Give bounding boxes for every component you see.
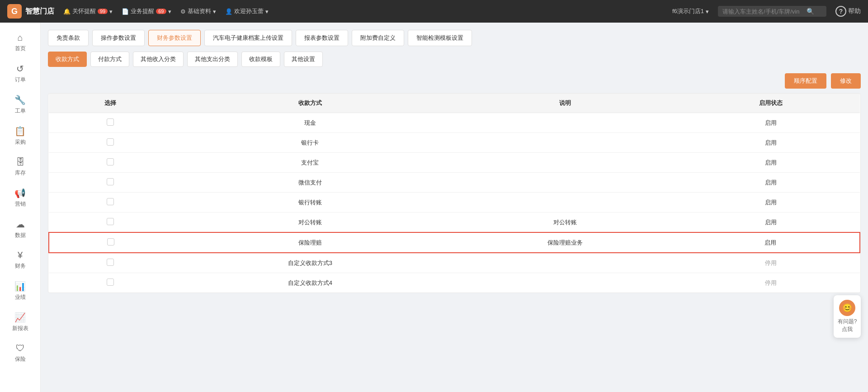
sidebar-label-finance: 财务: [15, 262, 26, 270]
search-input[interactable]: [722, 8, 804, 15]
cloud-icon: ☁: [16, 219, 25, 230]
row-status: 启用: [682, 213, 860, 233]
search-bar[interactable]: 🔍: [718, 6, 826, 17]
chevron-down-icon3: ▾: [213, 8, 216, 15]
col-status: 启用状态: [682, 94, 860, 113]
top-navigation: G 智慧门店 🔔 关怀提醒 99 ▾ 📄 业务提醒 69 ▾ ⚙ 基础资料 ▾ …: [0, 0, 868, 23]
sidebar-label-home: 首页: [15, 45, 26, 52]
row-description: [448, 253, 681, 273]
main-content: 免责条款 操作参数设置 财务参数设置 汽车电子健康档案上传设置 报表参数设置 附…: [41, 23, 868, 392]
sidebar-item-performance[interactable]: 📊 业绩: [0, 275, 40, 307]
row-description: [448, 193, 681, 213]
tab-other-income[interactable]: 其他收入分类: [133, 52, 184, 67]
sidebar-label-performance: 业绩: [15, 293, 26, 301]
col-desc: 说明: [448, 94, 681, 113]
tab-row-1: 免责条款 操作参数设置 财务参数设置 汽车电子健康档案上传设置 报表参数设置 附…: [48, 30, 861, 46]
sidebar-label-workorder: 工单: [15, 107, 26, 115]
float-help-widget[interactable]: 😊 有问题?点我: [834, 295, 861, 338]
toolbar: 顺序配置 修改: [48, 73, 861, 89]
main-layout: ⌂ 首页 ↺ 订单 🔧 工单 📋 采购 🗄 库存 📢 营销 ☁ 数据 ¥: [0, 23, 868, 392]
row-method-name: 现金: [172, 113, 448, 133]
row-checkbox[interactable]: [107, 238, 114, 246]
row-method-name: 支付宝: [172, 153, 448, 173]
bell-icon: 🔔: [63, 8, 71, 15]
search-icon: 🔍: [807, 8, 814, 15]
business-badge: 69: [156, 9, 166, 14]
row-description: [448, 273, 681, 293]
sidebar-item-data[interactable]: ☁ 数据: [0, 213, 40, 245]
sidebar-item-marketing[interactable]: 📢 营销: [0, 182, 40, 213]
tab-detect-template[interactable]: 智能检测模板设置: [408, 30, 472, 46]
sidebar-item-finance[interactable]: ¥ 财务: [0, 245, 40, 275]
sidebar-label-newreport: 新报表: [12, 325, 28, 332]
support-avatar: 😊: [839, 300, 855, 316]
business-reminder-label: 业务提醒: [131, 7, 154, 15]
tab-extra-fee[interactable]: 附加费自定义: [352, 30, 404, 46]
care-reminder-label: 关怀提醒: [72, 7, 96, 15]
edit-btn[interactable]: 修改: [831, 73, 861, 89]
store-selector[interactable]: f6演示门店1 ▾: [672, 7, 709, 15]
table-row: 自定义收款方式4停用: [49, 273, 860, 293]
user-btn[interactable]: 👤 欢迎孙玉蕾 ▾: [225, 7, 269, 15]
tab-row-2: 收款方式 付款方式 其他收入分类 其他支出分类 收款模板 其他设置: [48, 52, 861, 67]
care-badge: 99: [98, 9, 108, 14]
row-status: 启用: [682, 232, 860, 253]
row-checkbox[interactable]: [107, 138, 114, 146]
business-reminder-btn[interactable]: 📄 业务提醒 69 ▾: [122, 7, 171, 15]
logo-icon: G: [7, 4, 22, 19]
help-icon: ?: [835, 6, 846, 17]
tab-finance-params[interactable]: 财务参数设置: [148, 30, 201, 46]
tab-payment-method[interactable]: 收款方式: [48, 52, 87, 67]
sidebar-label-data: 数据: [15, 231, 26, 239]
chart-icon: 📊: [14, 281, 26, 292]
tab-payment-template[interactable]: 收款模板: [241, 52, 280, 67]
sidebar-label-marketing: 营销: [15, 200, 26, 208]
table-row: 保险理赔保险理赔业务启用: [49, 232, 860, 253]
tab-disclaimer[interactable]: 免责条款: [48, 30, 89, 46]
row-description: [448, 133, 681, 153]
sidebar-label-insurance: 保险: [15, 355, 26, 363]
tab-report-params[interactable]: 报表参数设置: [296, 30, 348, 46]
finance-icon: ¥: [18, 250, 23, 260]
sidebar-item-insurance[interactable]: 🛡 保险: [0, 338, 40, 368]
base-info-label: 基础资料: [188, 7, 211, 15]
sidebar-label-purchase: 采购: [15, 138, 26, 146]
app-name: 智慧门店: [25, 7, 54, 16]
tab-operation-params[interactable]: 操作参数设置: [92, 30, 145, 46]
tab-payout-method[interactable]: 付款方式: [90, 52, 129, 67]
sidebar-item-workorder[interactable]: 🔧 工单: [0, 89, 40, 120]
tab-other-expense[interactable]: 其他支出分类: [187, 52, 238, 67]
row-method-name: 保险理赔: [172, 232, 448, 253]
row-checkbox[interactable]: [107, 178, 114, 185]
row-checkbox[interactable]: [107, 158, 114, 165]
row-checkbox[interactable]: [107, 118, 114, 126]
row-status: 启用: [682, 133, 860, 153]
sidebar-item-inventory[interactable]: 🗄 库存: [0, 151, 40, 182]
help-btn[interactable]: ? 帮助: [835, 6, 861, 17]
tab-health-upload[interactable]: 汽车电子健康档案上传设置: [204, 30, 292, 46]
app-logo[interactable]: G 智慧门店: [7, 4, 54, 19]
sidebar-item-order[interactable]: ↺ 订单: [0, 58, 40, 89]
sidebar-item-home[interactable]: ⌂ 首页: [0, 27, 40, 58]
help-label: 帮助: [848, 7, 861, 15]
row-checkbox[interactable]: [107, 279, 114, 286]
row-method-name: 微信支付: [172, 173, 448, 193]
row-checkbox[interactable]: [107, 198, 114, 205]
doc-icon: 📄: [122, 8, 129, 15]
row-description: 保险理赔业务: [448, 232, 681, 253]
sidebar-item-newreport[interactable]: 📈 新报表: [0, 307, 40, 338]
table-row: 对公转账对公转账启用: [49, 213, 860, 233]
gear-icon: ⚙: [180, 8, 186, 15]
row-checkbox[interactable]: [107, 218, 114, 225]
sidebar-label-order: 订单: [15, 76, 26, 84]
row-checkbox[interactable]: [107, 259, 114, 266]
tab-other-settings[interactable]: 其他设置: [284, 52, 323, 67]
wrench-icon: 🔧: [14, 94, 26, 105]
row-method-name: 银行转账: [172, 193, 448, 213]
care-reminder-btn[interactable]: 🔔 关怀提醒 99 ▾: [63, 7, 113, 15]
order-config-btn[interactable]: 顺序配置: [785, 73, 826, 89]
base-info-btn[interactable]: ⚙ 基础资料 ▾: [180, 7, 216, 15]
table-header-row: 选择 收款方式 说明 启用状态: [49, 94, 860, 113]
row-method-name: 自定义收款方式4: [172, 273, 448, 293]
sidebar-item-purchase[interactable]: 📋 采购: [0, 120, 40, 151]
